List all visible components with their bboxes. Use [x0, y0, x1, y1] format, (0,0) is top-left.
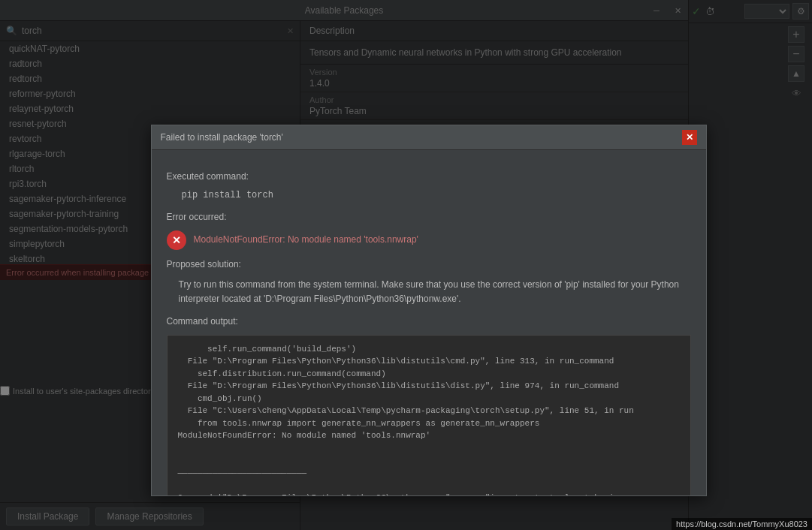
dialog-body: Executed command: pip install torch Erro…	[152, 150, 706, 495]
error-message-text: ModuleNotFoundError: No module named 'to…	[194, 233, 418, 247]
error-row: ✕ ModuleNotFoundError: No module named '…	[167, 230, 691, 250]
command-output-text: self.run_command('build_deps') File "D:\…	[167, 335, 691, 495]
error-dialog: Failed to install package 'torch' ✕ Exec…	[151, 125, 707, 496]
executed-command-label: Executed command:	[167, 170, 691, 184]
dialog-title: Failed to install package 'torch'	[161, 132, 283, 143]
command-output-label: Command output:	[167, 315, 691, 329]
error-icon: ✕	[167, 230, 186, 250]
error-dialog-overlay: Failed to install package 'torch' ✕ Exec…	[0, 0, 812, 530]
dialog-close-button[interactable]: ✕	[682, 130, 697, 145]
proposed-solution-text: Try to run this command from the system …	[179, 278, 691, 306]
error-occurred-label: Error occurred:	[167, 210, 691, 224]
dialog-title-bar: Failed to install package 'torch' ✕	[152, 125, 706, 150]
executed-command-value: pip install torch	[182, 188, 691, 203]
watermark: https://blog.csdn.net/TommyXu8023	[672, 518, 812, 530]
proposed-solution-label: Proposed solution:	[167, 257, 691, 272]
